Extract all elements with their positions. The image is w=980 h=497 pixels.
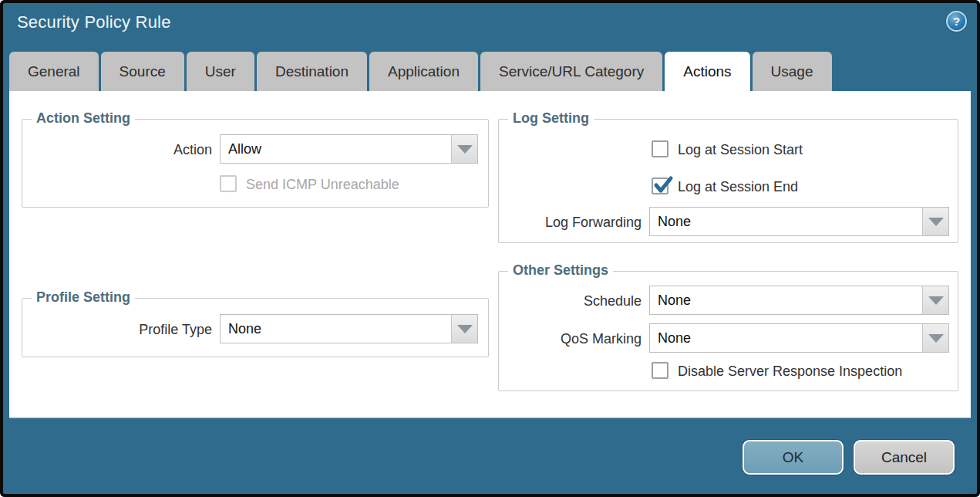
schedule-dropdown-value: None: [650, 286, 922, 314]
chevron-down-icon[interactable]: [922, 324, 948, 352]
tab-source[interactable]: Source: [101, 52, 184, 91]
qos-marking-label: QoS Marking: [472, 331, 642, 347]
dialog-title: Security Policy Rule: [17, 12, 171, 32]
tab-application[interactable]: Application: [369, 52, 478, 91]
chevron-down-icon[interactable]: [451, 135, 477, 163]
disable-server-response-inspection-label: Disable Server Response Inspection: [678, 363, 902, 380]
profile-type-label: Profile Type: [40, 322, 212, 338]
qos-marking-dropdown-value: None: [650, 324, 922, 352]
tab-user[interactable]: User: [187, 52, 254, 91]
security-policy-rule-dialog: Security Policy Rule ? General Source Us…: [0, 0, 980, 497]
help-icon-glyph: ?: [953, 15, 960, 28]
log-forwarding-label: Log Forwarding: [472, 215, 642, 231]
ok-button[interactable]: OK: [743, 440, 844, 475]
action-dropdown-value: Allow: [221, 135, 451, 163]
action-label: Action: [40, 142, 212, 158]
tab-service-url-category[interactable]: Service/URL Category: [480, 52, 662, 91]
send-icmp-unreachable-label: Send ICMP Unreachable: [246, 177, 399, 193]
action-setting-legend: Action Setting: [32, 110, 135, 127]
log-forwarding-dropdown-value: None: [650, 208, 922, 235]
disable-server-response-inspection-checkbox[interactable]: [652, 362, 668, 379]
profile-type-dropdown-value: None: [221, 315, 451, 343]
profile-setting-legend: Profile Setting: [32, 289, 135, 306]
send-icmp-unreachable-checkbox[interactable]: [220, 175, 237, 192]
schedule-dropdown[interactable]: None: [649, 286, 949, 315]
other-settings-legend: Other Settings: [508, 262, 613, 279]
cancel-button[interactable]: Cancel: [854, 440, 955, 475]
actions-tab-panel: Action Setting Action Allow Send ICMP Un…: [9, 91, 971, 418]
tab-bar: General Source User Destination Applicat…: [9, 52, 832, 91]
action-dropdown[interactable]: Allow: [220, 134, 478, 164]
log-setting-legend: Log Setting: [508, 110, 594, 127]
tab-general[interactable]: General: [9, 52, 99, 91]
chevron-down-icon[interactable]: [922, 208, 948, 235]
help-icon[interactable]: ?: [946, 11, 967, 32]
log-at-session-start-checkbox[interactable]: [652, 140, 668, 157]
log-forwarding-dropdown[interactable]: None: [649, 207, 949, 236]
tab-destination[interactable]: Destination: [257, 52, 367, 91]
checkmark-icon: [652, 174, 674, 196]
tab-usage[interactable]: Usage: [753, 52, 832, 91]
schedule-label: Schedule: [472, 293, 642, 309]
log-at-session-end-label: Log at Session End: [678, 179, 798, 195]
log-at-session-start-label: Log at Session Start: [678, 142, 803, 158]
profile-type-dropdown[interactable]: None: [220, 314, 478, 343]
chevron-down-icon[interactable]: [922, 286, 948, 314]
log-at-session-end-checkbox[interactable]: [652, 178, 668, 194]
tab-actions[interactable]: Actions: [665, 52, 749, 91]
qos-marking-dropdown[interactable]: None: [649, 323, 949, 353]
